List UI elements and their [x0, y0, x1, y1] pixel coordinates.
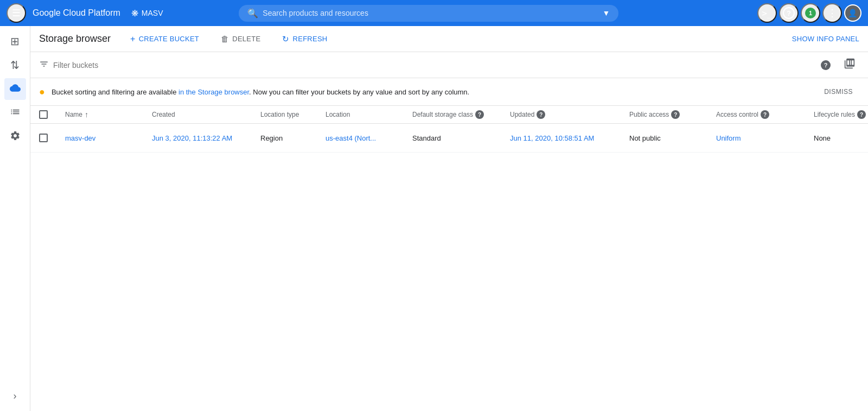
filter-input[interactable]	[53, 61, 812, 69]
list-icon	[10, 106, 21, 120]
th-location-type: Location type	[252, 106, 317, 124]
col-created-label: Created	[152, 111, 175, 118]
storage-class-help-icon[interactable]: ?	[475, 110, 484, 119]
info-banner: ● Bucket sorting and filtering are avail…	[30, 78, 868, 106]
table-area: ? ● Bucket sorting and filtering are ava…	[30, 52, 868, 411]
th-storage-class: Default storage class ?	[404, 106, 501, 124]
main-content: Storage browser + CREATE BUCKET 🗑 DELETE…	[30, 26, 868, 411]
create-bucket-icon: +	[130, 34, 136, 44]
bucket-created-cell: Jun 3, 2020, 11:13:22 AM	[143, 124, 252, 153]
sidebar-item-grid[interactable]: ⊞	[4, 30, 26, 52]
settings-icon	[10, 130, 21, 144]
sidebar-expand-button[interactable]: ›	[4, 385, 26, 407]
project-name: MASV	[142, 9, 163, 17]
col-public-access-label: Public access	[629, 111, 669, 118]
lifecycle-help-icon[interactable]: ?	[857, 110, 866, 119]
create-bucket-button[interactable]: + CREATE BUCKET	[124, 31, 206, 47]
col-updated-label: Updated	[510, 111, 534, 118]
sidebar-item-transfer[interactable]: ⇅	[4, 54, 26, 76]
bucket-public-access-value: Not public	[629, 134, 661, 142]
filter-right: ?	[816, 55, 859, 75]
app-name: Google Cloud Platform	[33, 8, 120, 18]
help-icon: ?	[783, 7, 795, 19]
th-access-control: Access control ?	[707, 106, 805, 124]
columns-icon	[844, 58, 855, 72]
column-display-button[interactable]	[840, 55, 859, 75]
banner-link[interactable]: in the Storage browser	[178, 88, 249, 96]
bucket-location-link[interactable]: us-east4 (Nort...	[326, 134, 376, 142]
terminal-button[interactable]: >_	[757, 3, 777, 23]
transfer-icon: ⇅	[10, 59, 20, 72]
col-location-label: Location	[326, 111, 350, 118]
access-control-help-icon[interactable]: ?	[761, 110, 769, 119]
sidebar-item-settings[interactable]	[4, 126, 26, 148]
search-placeholder: Search products and resources	[263, 9, 598, 17]
bucket-name-link[interactable]: masv-dev	[65, 134, 95, 142]
terminal-icon: >_	[762, 8, 772, 18]
search-bar[interactable]: 🔍 Search products and resources ▼	[239, 5, 618, 22]
table-row: masv-dev Jun 3, 2020, 11:13:22 AM Region…	[30, 124, 868, 153]
expand-icon: ›	[14, 390, 17, 402]
row-checkbox[interactable]	[39, 134, 48, 142]
bucket-updated-cell: Jun 11, 2020, 10:58:51 AM	[501, 124, 621, 153]
bucket-storage-class-cell: Standard	[404, 124, 501, 153]
col-lifecycle-label: Lifecycle rules	[814, 111, 855, 118]
col-name-label: Name	[65, 111, 82, 118]
menu-button[interactable]: ☰	[7, 3, 26, 23]
help-button[interactable]: ?	[779, 3, 799, 23]
sort-ascending-icon[interactable]: ↑	[85, 110, 88, 119]
public-access-help-icon[interactable]: ?	[671, 110, 680, 119]
col-storage-class-label: Default storage class	[412, 111, 473, 118]
filter-help-button[interactable]: ?	[816, 55, 835, 75]
row-checkbox-cell	[30, 124, 56, 153]
bucket-lifecycle-cell: None	[805, 124, 868, 153]
bucket-name-cell: masv-dev	[56, 124, 143, 153]
filter-help-icon: ?	[821, 60, 831, 70]
updated-help-icon[interactable]: ?	[537, 110, 545, 119]
th-lifecycle: Lifecycle rules ?	[805, 106, 868, 124]
refresh-icon: ↻	[282, 34, 289, 44]
delete-label: DELETE	[232, 35, 260, 43]
top-nav-right: >_ ? 1 ⋮ 👤	[757, 3, 861, 23]
sidebar: ⊞ ⇅ ›	[0, 26, 30, 411]
bucket-access-control-cell: Uniform	[707, 124, 805, 153]
bucket-location-type-cell: Region	[252, 124, 317, 153]
app-layout: ⊞ ⇅ › Storage browser	[0, 26, 868, 411]
avatar-icon: 👤	[848, 9, 857, 17]
toolbar: Storage browser + CREATE BUCKET 🗑 DELETE…	[30, 26, 868, 52]
top-nav: ☰ Google Cloud Platform ❋ MASV 🔍 Search …	[0, 0, 868, 26]
bucket-storage-class-value: Standard	[412, 134, 441, 142]
more-options-button[interactable]: ⋮	[822, 3, 842, 23]
dismiss-button[interactable]: DISMISS	[818, 85, 859, 99]
table-header-row: Name ↑ Created Location type Location	[30, 106, 868, 124]
refresh-button[interactable]: ↻ REFRESH	[276, 31, 334, 47]
delete-icon: 🗑	[221, 34, 229, 43]
bucket-location-cell: us-east4 (Nort...	[317, 124, 404, 153]
bucket-updated-value[interactable]: Jun 11, 2020, 10:58:51 AM	[510, 134, 594, 142]
bucket-created-value[interactable]: Jun 3, 2020, 11:13:22 AM	[152, 134, 232, 142]
show-info-panel-button[interactable]: SHOW INFO PANEL	[792, 35, 859, 43]
search-dropdown-icon: ▼	[603, 9, 610, 17]
avatar[interactable]: 👤	[844, 4, 861, 22]
select-all-checkbox[interactable]	[39, 110, 48, 119]
col-location-type-label: Location type	[260, 111, 299, 118]
page-title: Storage browser	[39, 33, 111, 45]
delete-button[interactable]: 🗑 DELETE	[214, 31, 267, 47]
project-selector[interactable]: ❋ MASV	[127, 6, 168, 21]
filter-bar: ?	[30, 52, 868, 78]
th-location: Location	[317, 106, 404, 124]
more-options-icon: ⋮	[827, 7, 837, 19]
th-name: Name ↑	[56, 106, 143, 124]
th-created: Created	[143, 106, 252, 124]
sidebar-item-list[interactable]	[4, 102, 26, 124]
th-checkbox	[30, 106, 56, 124]
banner-text: Bucket sorting and filtering are availab…	[52, 88, 811, 96]
bucket-access-control-link[interactable]: Uniform	[716, 134, 741, 142]
filter-icon	[39, 59, 49, 71]
sidebar-item-storage[interactable]	[4, 78, 26, 100]
warning-icon: ●	[39, 86, 45, 98]
bucket-public-access-cell: Not public	[621, 124, 707, 153]
th-public-access: Public access ?	[621, 106, 707, 124]
notification-button[interactable]: 1	[801, 3, 820, 23]
notification-badge: 1	[805, 8, 816, 18]
